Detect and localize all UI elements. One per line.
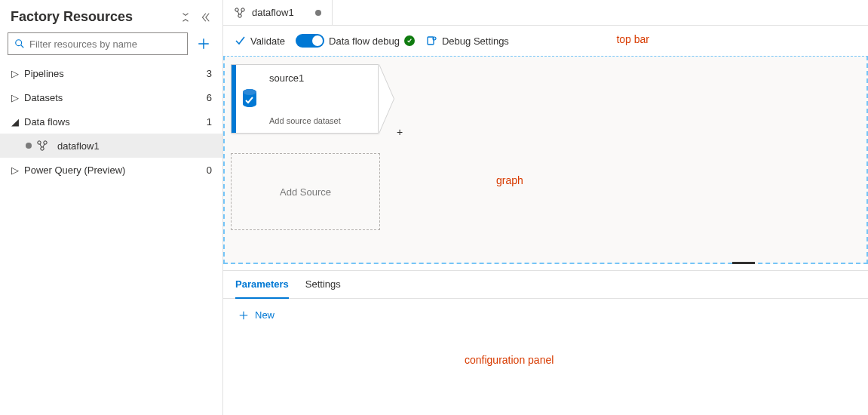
source-node[interactable]: source1 Add source dataset — [231, 64, 379, 134]
database-icon — [236, 65, 263, 133]
chevron-right-icon: ▷ — [11, 92, 20, 103]
graph-canvas[interactable]: source1 Add source dataset + Add Source … — [223, 56, 868, 264]
node-subtitle: Add source dataset — [269, 116, 372, 125]
plus-icon — [238, 310, 249, 321]
annotation-config: configuration panel — [465, 354, 554, 366]
sidebar-title: Factory Resources — [11, 9, 173, 25]
main-area: dataflow1 Validate Data flow debug Debug… — [223, 0, 868, 415]
node-title: source1 — [269, 72, 372, 84]
splitter-handle-icon — [732, 262, 755, 264]
status-ok-icon — [404, 35, 415, 46]
tab-parameters[interactable]: Parameters — [235, 278, 289, 299]
search-box[interactable] — [8, 32, 188, 55]
configuration-panel: Parameters Settings New configuration pa… — [223, 270, 868, 415]
svg-line-1 — [21, 45, 24, 48]
tab-dataflow1[interactable]: dataflow1 — [223, 0, 333, 25]
tab-settings[interactable]: Settings — [305, 278, 341, 298]
svg-point-2 — [38, 141, 41, 144]
expand-all-icon[interactable] — [179, 11, 192, 24]
debug-settings-button[interactable]: Debug Settings — [425, 35, 509, 47]
config-tabs: Parameters Settings — [223, 271, 868, 299]
chevron-right-icon: ▷ — [11, 68, 20, 79]
add-resource-button[interactable] — [192, 32, 215, 55]
chevron-right-icon: ▷ — [11, 164, 20, 176]
debug-toggle[interactable]: Data flow debug — [296, 34, 415, 48]
tab-strip: dataflow1 — [223, 0, 868, 26]
add-step-button[interactable]: + — [397, 126, 403, 138]
settings-icon — [425, 35, 437, 47]
tree-item-dataflows[interactable]: ◢ Data flows 1 — [0, 109, 222, 134]
tree-item-dataflow1[interactable]: dataflow1 — [0, 134, 222, 158]
node-body: source1 Add source dataset — [263, 65, 378, 133]
sidebar-header: Factory Resources — [0, 6, 222, 32]
node-output-arrow — [379, 64, 394, 134]
tree-item-powerquery[interactable]: ▷ Power Query (Preview) 0 — [0, 158, 222, 182]
svg-point-6 — [241, 8, 244, 11]
validate-button[interactable]: Validate — [234, 35, 285, 47]
search-input[interactable] — [29, 38, 181, 50]
annotation-topbar: top bar — [616, 33, 649, 45]
top-bar: Validate Data flow debug Debug Settings … — [223, 26, 868, 56]
check-icon — [234, 35, 246, 47]
svg-point-3 — [44, 141, 47, 144]
resource-tree: ▷ Pipelines 3 ▷ Datasets 6 ◢ Data flows … — [0, 61, 222, 409]
new-parameter-button[interactable]: New — [238, 309, 275, 321]
svg-point-5 — [235, 8, 238, 11]
annotation-graph: graph — [496, 174, 523, 186]
tree-item-pipelines[interactable]: ▷ Pipelines 3 — [0, 61, 222, 85]
tab-label: dataflow1 — [252, 7, 294, 18]
svg-point-0 — [16, 40, 22, 46]
chevron-down-icon: ◢ — [11, 116, 20, 128]
dirty-indicator-icon — [26, 143, 32, 149]
dataflow-icon — [36, 140, 48, 152]
svg-point-4 — [41, 147, 44, 150]
collapse-sidebar-icon[interactable] — [198, 11, 212, 24]
svg-point-7 — [238, 14, 241, 17]
dataflow-icon — [234, 7, 246, 19]
factory-resources-sidebar: Factory Resources ▷ Pipelines 3 ▷ Datase… — [0, 0, 223, 415]
search-row — [0, 32, 222, 61]
tree-item-datasets[interactable]: ▷ Datasets 6 — [0, 85, 222, 109]
svg-point-11 — [243, 89, 256, 95]
svg-point-9 — [433, 37, 436, 40]
dirty-indicator-icon — [315, 10, 321, 16]
search-icon — [14, 38, 25, 49]
add-source-button[interactable]: Add Source — [231, 153, 380, 230]
toggle-switch-icon — [296, 34, 324, 48]
config-body: New — [223, 299, 868, 331]
